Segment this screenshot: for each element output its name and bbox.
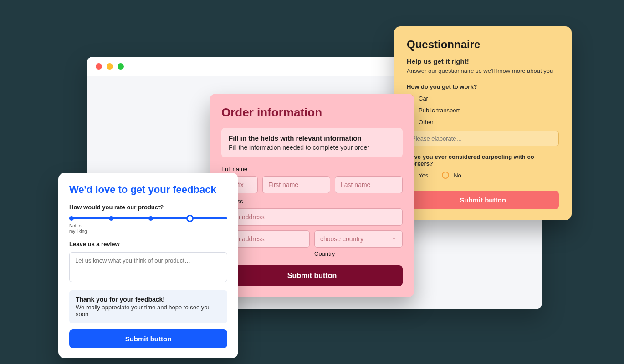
q1-option-public[interactable]: Public transport — [407, 106, 559, 114]
review-label: Leave us a review — [69, 241, 227, 248]
chevron-down-icon — [391, 236, 397, 242]
order-submit-button[interactable]: Submit button — [221, 265, 403, 286]
radio-icon — [442, 172, 449, 179]
questionnaire-description: Answer our questionnaire so we'll know m… — [407, 67, 559, 74]
radio-label: No — [454, 172, 461, 179]
window-minimize-icon[interactable] — [107, 63, 113, 70]
radio-label: Yes — [419, 172, 428, 179]
country-label: Country — [314, 250, 403, 257]
feedback-submit-button[interactable]: Submit button — [69, 329, 227, 348]
order-card: Order information Fill in the fields wit… — [210, 94, 414, 297]
feedback-title: We'd love to get your feedback — [69, 184, 227, 196]
radio-label: Other — [419, 119, 434, 126]
questionnaire-card: Questionnaire Help us get it right! Answ… — [394, 26, 572, 220]
order-intro: Fill in the fields with relevant informa… — [221, 128, 403, 157]
thanks-sub: We really appreciate your time and hope … — [76, 304, 221, 318]
window-close-icon[interactable] — [96, 63, 102, 70]
questionnaire-submit-button[interactable]: Submit button — [407, 191, 559, 209]
window-zoom-icon[interactable] — [118, 63, 124, 70]
feedback-card: We'd love to get your feedback How would… — [58, 173, 238, 358]
order-intro-sub: Fill the information needed to complete … — [229, 144, 395, 151]
radio-label: Public transport — [419, 107, 460, 114]
rate-label: How would you rate our product? — [69, 204, 227, 211]
q1-option-car[interactable]: Car — [407, 95, 559, 102]
order-intro-title: Fill in the fields with relevant informa… — [229, 134, 395, 142]
elaborate-input[interactable] — [407, 131, 559, 146]
q2-option-no[interactable]: No — [442, 172, 461, 179]
address-input[interactable] — [221, 208, 403, 226]
q1-option-other[interactable]: Other — [407, 118, 559, 126]
country-select[interactable]: choose country — [314, 230, 403, 248]
radio-label: Car — [419, 95, 428, 102]
q1-label: How do you get to work? — [407, 83, 559, 90]
thanks-title: Thank you for your feedback! — [76, 296, 221, 303]
country-placeholder: choose country — [320, 235, 363, 243]
review-textarea[interactable] — [69, 252, 227, 282]
slider-min-label: Not to my liking — [69, 223, 227, 234]
fullname-label: Full name — [221, 166, 403, 172]
slider-tick — [69, 216, 74, 221]
firstname-input[interactable] — [262, 176, 330, 193]
slider-tick — [109, 216, 113, 221]
slider-tick — [148, 216, 153, 221]
address-label: Address — [221, 198, 403, 205]
rating-slider[interactable] — [69, 215, 227, 222]
q2-label: Have you ever considered carpooling with… — [407, 153, 559, 167]
lastname-input[interactable] — [335, 176, 403, 193]
thanks-box: Thank you for your feedback! We really a… — [69, 290, 227, 323]
questionnaire-subtitle: Help us get it right! — [407, 57, 559, 65]
order-title: Order information — [221, 106, 403, 120]
slider-thumb[interactable] — [186, 215, 194, 222]
questionnaire-title: Questionnaire — [407, 38, 559, 51]
